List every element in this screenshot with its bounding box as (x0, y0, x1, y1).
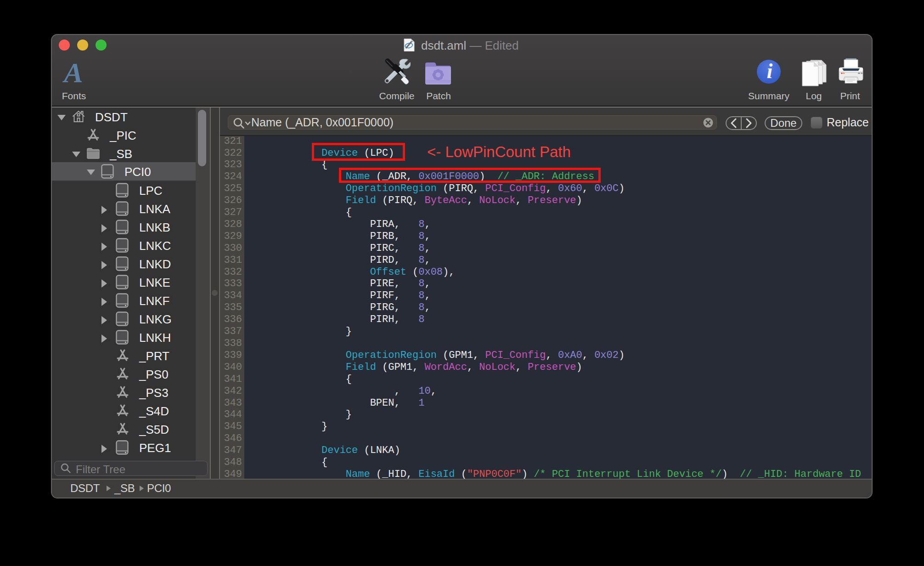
svg-text:A: A (62, 59, 83, 87)
svg-text:i: i (767, 59, 773, 83)
